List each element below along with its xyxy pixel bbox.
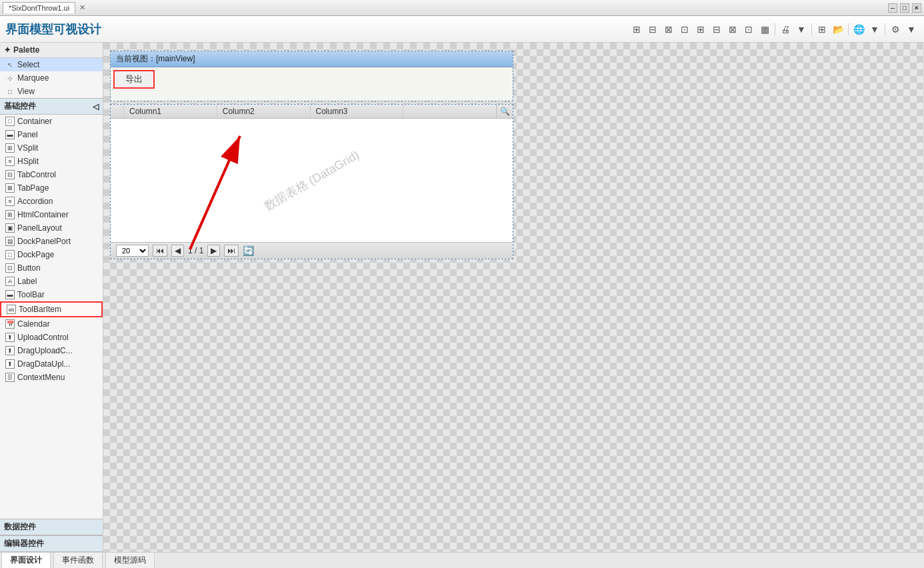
vsplit-label: VSplit — [17, 143, 38, 153]
sidebar-item-view[interactable]: □ View — [0, 85, 103, 98]
title-bar: *SixDontThrow1.ui ✕ ─ □ ✕ — [0, 0, 924, 16]
marquee-icon: ⊹ — [5, 73, 15, 83]
toolbar-folder-icon[interactable]: 📂 — [831, 22, 845, 37]
sidebar-item-button[interactable]: ⊡ Button — [0, 261, 103, 275]
toolbar-print-dropdown[interactable]: ▼ — [794, 22, 809, 37]
view-panel: 当前视图：[mainView] 导出 — [110, 51, 513, 101]
design-canvas: 当前视图：[mainView] 导出 Column1 Column2 Colum… — [110, 51, 513, 259]
tab-event-func[interactable]: 事件函数 — [53, 552, 103, 568]
toolbar-globe-icon[interactable]: 🌐 — [851, 22, 866, 37]
dockpanelport-icon: ▤ — [5, 237, 15, 246]
datagrid-col-3: Column3 — [311, 105, 404, 118]
section-data-controls[interactable]: 数据控件 — [0, 519, 103, 535]
section-collapse-icon: ◁ — [93, 102, 99, 111]
datagrid-col-spacer — [403, 105, 497, 118]
toolbar-icon-7[interactable]: ⊠ — [725, 22, 740, 37]
htmlcontainer-label: HtmlContainer — [17, 210, 69, 219]
toolbar-sidebar-icon: ▬ — [5, 290, 15, 299]
hsplit-label: HSplit — [17, 157, 39, 166]
view-icon: □ — [5, 87, 15, 96]
section-editor-controls[interactable]: 编辑器控件 — [0, 535, 103, 552]
view-header-label: 当前视图：[mainView] — [116, 54, 195, 63]
toolbar-sep-2 — [811, 23, 812, 35]
export-button[interactable]: 导出 — [113, 70, 155, 89]
toolbar-icon-2[interactable]: ⊟ — [645, 22, 660, 37]
prev-page-button[interactable]: ◀ — [171, 245, 184, 257]
toolbar-icon-1[interactable]: ⊞ — [629, 22, 644, 37]
section-basic-controls[interactable]: 基础控件 ◁ — [0, 98, 103, 115]
tab-model-source[interactable]: 模型源码 — [105, 552, 155, 568]
title-tab[interactable]: *SixDontThrow1.ui — [3, 2, 75, 13]
sidebar-item-htmlcontainer[interactable]: ⊞ HtmlContainer — [0, 208, 103, 221]
select-label: Select — [17, 60, 39, 69]
tabcontrol-icon: ⊟ — [5, 170, 15, 179]
main-layout: ✦ Palette ↖ Select ⊹ Marquee □ View 基础控件… — [0, 43, 924, 552]
toolbar-icon-3[interactable]: ⊠ — [661, 22, 676, 37]
sidebar-item-toolbaritem[interactable]: ab ToolBarItem — [0, 301, 103, 317]
sidebar-item-calendar[interactable]: 📅 Calendar — [0, 317, 103, 331]
hsplit-icon: ≡ — [5, 157, 15, 166]
datagrid-settings-icon[interactable]: 🔍 — [497, 105, 513, 118]
sidebar-item-toolbar[interactable]: ▬ ToolBar — [0, 288, 103, 301]
palette-icon: ✦ — [4, 45, 11, 55]
palette-label: Palette — [13, 45, 39, 55]
datagrid-col-1: Column1 — [124, 105, 217, 118]
sidebar-item-tabcontrol[interactable]: ⊟ TabControl — [0, 168, 103, 181]
toolbar-print-icon[interactable]: 🖨 — [778, 22, 793, 37]
dockpage-label: DockPage — [17, 250, 54, 259]
toolbaritem-label: ToolBarItem — [19, 305, 61, 314]
select-icon: ↖ — [5, 60, 15, 69]
draguploadc-icon: ⬆ — [5, 346, 15, 355]
accordion-label: Accordion — [17, 197, 53, 206]
next-page-button[interactable]: ▶ — [207, 245, 220, 257]
sidebar-item-label[interactable]: A Label — [0, 275, 103, 288]
toolbar-icon-4[interactable]: ⊡ — [677, 22, 692, 37]
sidebar-item-tabpage[interactable]: ⊠ TabPage — [0, 181, 103, 195]
sidebar-item-hsplit[interactable]: ≡ HSplit — [0, 155, 103, 168]
sidebar-item-draguploadc[interactable]: ⬆ DragUploadC... — [0, 344, 103, 357]
sidebar-item-dockpage[interactable]: □ DockPage — [0, 248, 103, 261]
refresh-icon[interactable]: 🔄 — [243, 245, 254, 256]
toolbar-icon-9[interactable]: ▦ — [757, 22, 772, 37]
tab-ui-design[interactable]: 界面设计 — [1, 552, 51, 568]
page-size-select[interactable]: 20 10 50 100 — [116, 245, 149, 257]
toolbar-gear-icon[interactable]: ⚙ — [888, 22, 903, 37]
toolbar-sep-3 — [848, 23, 849, 35]
tabcontrol-label: TabControl — [17, 170, 56, 179]
sidebar-item-panel[interactable]: ▬ Panel — [0, 128, 103, 141]
button-label: Button — [17, 263, 41, 273]
dragdataupl-icon: ⬆ — [5, 359, 15, 369]
toolbar-icon-5[interactable]: ⊞ — [693, 22, 708, 37]
sidebar-item-vsplit[interactable]: ⊞ VSplit — [0, 141, 103, 155]
toolbar-globe-dropdown[interactable]: ▼ — [867, 22, 882, 37]
sidebar-item-marquee[interactable]: ⊹ Marquee — [0, 71, 103, 85]
title-bar-controls: ─ □ ✕ — [888, 3, 921, 13]
contextmenu-label: ContextMenu — [17, 373, 65, 382]
calendar-label: Calendar — [17, 319, 50, 329]
toolbar-icon-8[interactable]: ⊡ — [741, 22, 756, 37]
sidebar-item-select[interactable]: ↖ Select — [0, 58, 103, 71]
sidebar-item-dockpanelport[interactable]: ▤ DockPanelPort — [0, 235, 103, 248]
sidebar-item-panellayout[interactable]: ▣ PanelLayout — [0, 221, 103, 235]
toolbar-sep-1 — [775, 23, 775, 35]
section-basic-label: 基础控件 — [4, 101, 36, 112]
sidebar-item-container[interactable]: □ Container — [0, 115, 103, 128]
sidebar-item-contextmenu[interactable]: ☰ ContextMenu — [0, 371, 103, 384]
sidebar-item-dragdataupl[interactable]: ⬆ DragDataUpl... — [0, 357, 103, 371]
section-editor-label: 编辑器控件 — [4, 538, 44, 549]
first-page-button[interactable]: ⏮ — [153, 245, 167, 257]
toolbar-icon-6[interactable]: ⊟ — [709, 22, 724, 37]
maximize-button[interactable]: □ — [900, 3, 909, 13]
minimize-button[interactable]: ─ — [888, 3, 897, 13]
dragdataupl-label: DragDataUpl... — [17, 359, 70, 369]
title-tab-close[interactable]: ✕ — [79, 3, 85, 12]
tabpage-label: TabPage — [17, 183, 49, 193]
sidebar-item-uploadcontrol[interactable]: ⬆ UploadControl — [0, 331, 103, 344]
last-page-button[interactable]: ⏭ — [224, 245, 239, 257]
toolbar-copy-icon[interactable]: ⊞ — [815, 22, 829, 37]
datagrid-header: Column1 Column2 Column3 🔍 — [111, 105, 513, 119]
toolbar-gear-dropdown[interactable]: ▼ — [904, 22, 919, 37]
sidebar-item-accordion[interactable]: ≡ Accordion — [0, 195, 103, 208]
datagrid-col-2: Column2 — [217, 105, 311, 118]
close-button[interactable]: ✕ — [912, 3, 921, 13]
